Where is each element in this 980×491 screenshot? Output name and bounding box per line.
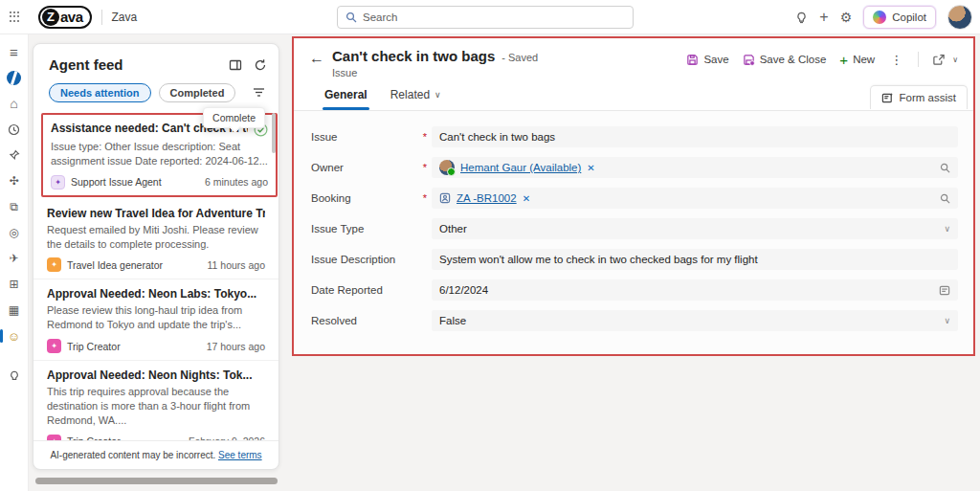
copilot-label: Copilot: [892, 11, 926, 23]
feed-item-neon-labs[interactable]: Approval Needed: Neon Labs: Tokyo... Ple…: [33, 279, 278, 361]
calendar-icon[interactable]: [939, 284, 950, 296]
feed-item-agent: Trip Creator: [67, 435, 121, 440]
copilot-button[interactable]: Copilot: [863, 6, 936, 29]
filter-needs-attention[interactable]: Needs attention: [49, 83, 151, 102]
feed-scrollbar[interactable]: [272, 113, 276, 153]
form-assist-icon: [881, 92, 894, 104]
travel-plane-icon[interactable]: ✈: [0, 250, 29, 267]
feed-item-agent: Travel Idea generator: [67, 259, 163, 271]
field-label: Issue Type: [311, 223, 418, 234]
issue-description-input[interactable]: System won't allow me to check in two ch…: [432, 249, 958, 270]
hamburger-menu-icon[interactable]: ≡: [0, 43, 29, 60]
booking-lookup[interactable]: ZA -BR1002 ✕: [432, 188, 958, 209]
remove-booking-icon[interactable]: ✕: [523, 193, 530, 204]
search-input[interactable]: [363, 11, 625, 23]
owner-avatar: [439, 160, 455, 175]
owner-lookup[interactable]: Hemant Gaur (Available) ✕: [432, 157, 958, 178]
open-side-pane-icon[interactable]: [229, 58, 242, 72]
field-label: Resolved: [311, 315, 418, 326]
filter-completed[interactable]: Completed: [159, 83, 236, 102]
app-launcher-icon[interactable]: [0, 11, 29, 22]
tab-related[interactable]: Related ∨: [390, 88, 441, 110]
resolved-chevron-icon[interactable]: ∨: [944, 316, 950, 325]
topbar-divider: [101, 10, 102, 25]
issue-type-chevron-icon[interactable]: ∨: [944, 224, 950, 234]
user-avatar[interactable]: [947, 5, 972, 30]
feed-item-body: Please review this long-haul trip idea f…: [47, 303, 265, 332]
lightbulb-icon[interactable]: [795, 11, 808, 24]
field-row-owner: Owner Hemant Gaur (Available) ✕: [311, 157, 958, 178]
tab-general[interactable]: General: [324, 88, 368, 110]
settings-gear-icon[interactable]: ⚙: [840, 10, 853, 25]
save-label: Save: [703, 54, 728, 65]
agent-feed-panel: Agent feed Needs attention Completed Com…: [33, 43, 279, 470]
booking-search-icon[interactable]: [940, 193, 950, 204]
more-commands-icon[interactable]: ⋮: [888, 53, 904, 67]
home-icon[interactable]: ⌂: [0, 95, 29, 112]
resolved-value: False: [439, 315, 466, 326]
pinned-icon[interactable]: [0, 146, 29, 164]
resources-icon[interactable]: ⧉: [0, 198, 29, 215]
tab-related-label: Related: [390, 88, 430, 101]
tab-general-label: General: [324, 88, 368, 101]
save-and-close-label: Save & Close: [760, 54, 827, 65]
feed-item-neon-nights[interactable]: Approval Needed: Neon Nights: Tok... Thi…: [33, 361, 278, 440]
agents-icon[interactable]: ✣: [0, 172, 29, 190]
add-icon[interactable]: +: [819, 9, 828, 26]
pages-window-icon[interactable]: ⊞: [0, 276, 29, 293]
required-marker: [418, 131, 432, 143]
feed-list: Assistance needed: Can't check in tw... …: [33, 113, 278, 440]
owner-link[interactable]: Hemant Gaur (Available): [460, 162, 581, 173]
calendar-settings-icon[interactable]: ▦: [0, 301, 29, 319]
app-icon[interactable]: [0, 69, 29, 86]
form-assist-button[interactable]: Form assist: [870, 85, 968, 109]
back-arrow-icon[interactable]: ←: [309, 50, 324, 67]
form-assist-label: Form assist: [900, 92, 956, 103]
new-button[interactable]: + New: [839, 53, 875, 67]
records-target-icon[interactable]: ◎: [0, 224, 29, 241]
feed-item-body: Issue type: Other Issue description: Sea…: [51, 140, 268, 168]
field-label: Issue Description: [311, 254, 418, 265]
field-label: Owner: [311, 162, 418, 173]
trip-creator-icon: ✦: [47, 339, 61, 353]
owner-search-icon[interactable]: [940, 163, 950, 173]
remove-owner-icon[interactable]: ✕: [587, 163, 594, 173]
ideas-lightbulb-icon[interactable]: [0, 368, 29, 385]
feedback-smiley-icon[interactable]: ☺: [0, 327, 29, 345]
zava-logo: Z ava: [38, 6, 92, 29]
feed-item-title: Review new Travel Idea for Adventure Tri…: [47, 207, 265, 220]
share-button[interactable]: ∨: [932, 54, 958, 66]
app-name: Zava: [112, 11, 138, 24]
feed-item-title: Approval Needed: Neon Nights: Tok...: [47, 368, 265, 382]
booking-link[interactable]: ZA -BR1002: [457, 192, 517, 204]
field-label: Issue: [311, 131, 418, 143]
save-and-close-icon: [743, 54, 755, 66]
save-button[interactable]: Save: [686, 54, 728, 66]
resolved-select[interactable]: False ∨: [432, 310, 958, 331]
refresh-icon[interactable]: [254, 58, 267, 72]
topbar-actions: + ⚙ Copilot: [795, 0, 972, 34]
horizontal-scrollbar[interactable]: [35, 478, 278, 484]
record-tabstrip: General Related ∨ Form assist: [294, 82, 973, 111]
ai-disclaimer: AI-generated content may be incorrect. S…: [33, 440, 278, 469]
new-label: New: [853, 54, 875, 65]
issue-type-select[interactable]: Other ∨: [432, 218, 958, 239]
travel-idea-generator-icon: ✦: [47, 257, 61, 272]
field-row-date-reported: Date Reported 6/12/2024: [311, 279, 958, 301]
commandbar-divider: [918, 52, 919, 67]
issue-input[interactable]: Can't check in two bags: [432, 126, 958, 147]
date-reported-input[interactable]: 6/12/2024: [432, 279, 958, 301]
new-plus-icon: +: [839, 53, 848, 67]
required-marker: [418, 192, 432, 204]
filter-icon[interactable]: [253, 84, 265, 101]
feed-item-travel-idea[interactable]: Review new Travel Idea for Adventure Tri…: [33, 199, 278, 280]
global-search[interactable]: [337, 6, 634, 29]
see-terms-link[interactable]: See terms: [218, 450, 262, 460]
record-entity-type: Issue: [332, 67, 538, 78]
feed-item-agent: Support Issue Agent: [71, 176, 162, 188]
recent-clock-icon[interactable]: [0, 121, 29, 138]
field-row-issue-description: Issue Description System won't allow me …: [311, 249, 958, 270]
field-label: Booking: [311, 192, 418, 204]
feed-item-body: This trip requires approval because the …: [47, 385, 265, 428]
save-and-close-button[interactable]: Save & Close: [743, 54, 827, 66]
